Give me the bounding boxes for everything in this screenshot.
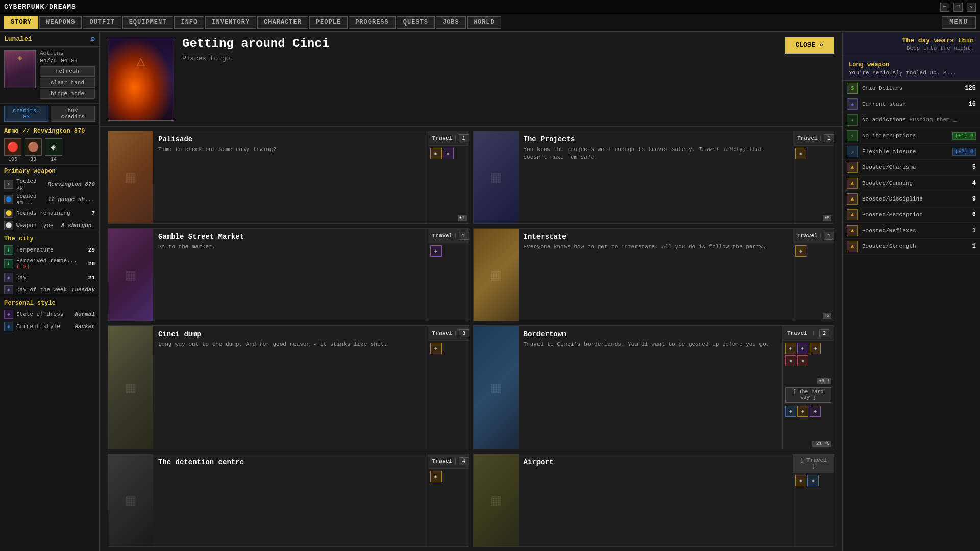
day-value: 21 [88,274,95,281]
interstate-travel-button[interactable]: Travel | 1 [793,229,834,243]
nav-tabs: STORY WEAPONS OUTFIT EQUIPMENT INFO INVE… [4,16,501,29]
strength-icon: ▲ [847,241,858,252]
location-projects: The Projects You know the projects well … [473,131,835,224]
cunning-label: Boosted/Cunning [862,180,968,186]
logo-white: DREAMS [49,3,76,11]
no-interruptions-icon: ⚡ [847,130,858,141]
projects-actions: Travel | 1 ◈ +5 [793,131,834,223]
story-info: Getting around Cinci Places to go. [182,37,776,62]
buy-credits-button[interactable]: buy credits [51,106,95,122]
strength-value: 1 [972,243,976,250]
gamble-body: Gamble Street Market Go to the market. [153,229,428,321]
interstate-name: Interstate [524,233,788,241]
gamble-thumb [108,229,153,321]
character-portrait [4,50,36,88]
cunning-value: 4 [972,180,976,187]
dump-travel-button[interactable]: Travel | 3 [428,326,469,341]
tab-quests[interactable]: QUESTS [397,16,435,29]
card-icon: ◈ [785,343,796,354]
airport-desc [524,469,788,542]
location-airport: Airport [ Travel ] ◈ ◈ [473,454,835,547]
airport-travel-button[interactable]: [ Travel ] [793,454,834,473]
interstate-body: Interstate Everyone knows how to get to … [519,229,793,321]
tab-character[interactable]: CHARACTER [257,16,308,29]
character-section: Actions 04/75 04:04 refresh clear hand b… [0,47,99,104]
tab-story[interactable]: STORY [4,16,38,29]
location-interstate: Interstate Everyone knows how to get to … [473,228,835,321]
refresh-button[interactable]: refresh [40,66,95,77]
right-stat-discipline: ▲ Boosted/Discipline 9 [843,191,980,207]
stat-dress: ◈ State of dress Normal [0,308,99,320]
projects-travel-button[interactable]: Travel | 1 [793,131,834,146]
close-button[interactable]: CLOSE » [785,37,834,54]
stat-time: 04:04 [61,58,78,64]
actions-label: Actions [40,50,95,56]
navbar: STORY WEAPONS OUTFIT EQUIPMENT INFO INVE… [0,14,980,32]
titlebar: CYBERPUNK/DREAMS ─ □ ✕ [0,0,980,14]
current-stash-label: Current stash [862,101,965,107]
main-layout: Lunalei ⚙ Actions 04/75 04:04 refresh cl… [0,32,980,551]
ammo-icons: 🔴 105 🟤 33 ◈ 14 [0,136,99,164]
tab-equipment[interactable]: EQUIPMENT [122,16,174,29]
dump-thumb [108,326,153,449]
right-stat-reflexes: ▲ Boosted/Reflexes 1 [843,223,980,239]
bordertown-icons: ◈ ◈ ◈ ◈ ◈ +6 ! [783,341,834,386]
stat-rounds: 🟡 Rounds remaining 7 [0,207,99,219]
tooled-value: Revvington 870 [48,181,95,187]
stat-perceived-temp: 🌡 Perceived tempe... (-3) 28 [0,256,99,271]
location-gamble: Gamble Street Market Go to the market. T… [108,228,469,321]
dump-desc: Long way out to the dump. And for good r… [158,341,423,445]
story-title: Getting around Cinci [182,37,776,51]
close-window-button[interactable]: ✕ [967,3,976,12]
gamble-actions: Travel | 1 ◈ [428,229,469,321]
charisma-value: 5 [972,164,976,171]
discipline-icon: ▲ [847,193,858,205]
binge-mode-button[interactable]: binge mode [40,89,95,99]
gear-icon[interactable]: ⚙ [91,35,95,43]
tab-world[interactable]: WORLD [467,16,501,29]
tab-people[interactable]: PEOPLE [309,16,348,29]
ohio-dollars-value: 125 [965,85,976,92]
right-stat-current-stash: ◈ Current stash 16 [843,96,980,112]
cunning-icon: ▲ [847,178,858,189]
tab-info[interactable]: INFO [174,16,204,29]
card-icon: ◈ [797,355,808,366]
location-dump: Cinci dump Long way out to the dump. And… [108,325,469,449]
bordertown-travel-button[interactable]: Travel | 2 [783,326,834,341]
card-icon: ◈ [430,343,442,354]
tab-weapons[interactable]: WEAPONS [39,16,82,29]
ammo-bullets: 🟤 33 [24,138,42,162]
gamble-travel-button[interactable]: Travel | 1 [428,229,469,243]
card-icon: ◈ [795,475,806,486]
detention-travel-button[interactable]: Travel | 4 [428,454,469,469]
interstate-desc: Everyone knows how to get to Interstate.… [524,243,788,317]
maximize-button[interactable]: □ [953,3,963,12]
palisade-travel-button[interactable]: Travel | 1 [428,131,469,146]
minimize-button[interactable]: ─ [940,3,949,12]
menu-button[interactable]: MENU [942,16,976,29]
detention-name: The detention centre [158,458,423,466]
tab-jobs[interactable]: JOBS [436,16,466,29]
rounds-value: 7 [91,210,95,216]
palisade-thumb [108,131,153,223]
temp-value: 29 [88,247,95,253]
ammo-bullets-box: 🟤 [24,138,42,156]
projects-body: The Projects You know the projects well … [519,131,793,223]
clear-hand-button[interactable]: clear hand [40,78,95,88]
tab-inventory[interactable]: INVENTORY [205,16,256,29]
stat-day-of-week: ◈ Day of the week Tuesday [0,284,99,296]
right-stat-no-addictions: ✦ No addictions Pushing them _ [843,112,980,128]
dump-name: Cinci dump [158,330,423,338]
hard-way-button[interactable]: [ The hard way ] [785,387,831,403]
weapon-banner: Long weapon You're seriously tooled up. … [843,57,980,81]
tab-outfit[interactable]: OUTFIT [83,16,121,29]
dump-icons: ◈ [428,341,469,449]
tab-progress[interactable]: PROGRESS [349,16,396,29]
weapon-banner-desc: You're seriously tooled up. P... [849,70,974,76]
no-addictions-icon: ✦ [847,114,858,126]
palisade-actions: Travel | 1 ◈ ◈ +1 [428,131,469,223]
charisma-icon: ▲ [847,162,858,173]
palisade-icons: ◈ ◈ +1 [428,146,469,223]
bordertown-bottom-icons: ◈ ◈ ◈ +21 +5 [783,404,834,449]
projects-thumb [474,131,519,223]
